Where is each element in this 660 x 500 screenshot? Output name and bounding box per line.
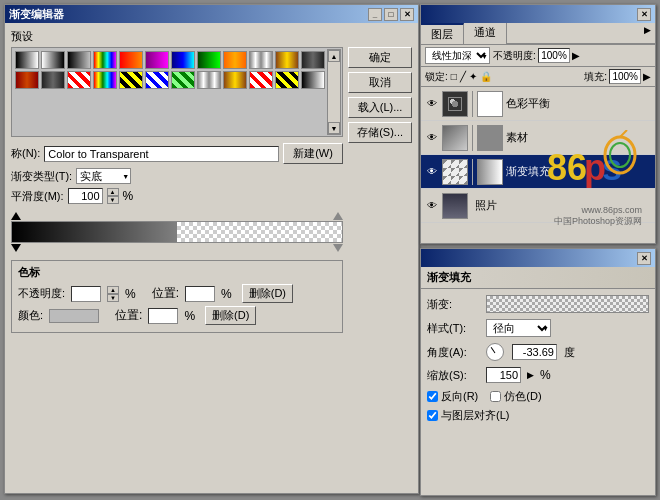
opacity-down[interactable]: ▼ [107,294,119,302]
scale-input[interactable] [486,367,521,383]
fill-row: 填充: ▶ [584,69,651,84]
blend-wrapper[interactable]: 线性加深 [425,47,490,64]
layer-thumb-gradient [442,159,468,185]
gf-close[interactable]: ✕ [637,252,651,265]
fill-arrow[interactable]: ▶ [643,71,651,82]
preset-4[interactable] [93,51,117,69]
gf-style-wrapper[interactable]: 径向 [486,319,551,337]
color-pos-value[interactable] [148,308,178,324]
align-checkbox[interactable] [427,410,438,421]
preset-18[interactable] [145,71,169,89]
smooth-step-down[interactable]: ▼ [107,196,119,204]
gf-scale-arrow[interactable]: ▶ [527,370,534,380]
gf-style-select[interactable]: 径向 [486,319,551,337]
preset-22[interactable] [249,71,273,89]
minimize-button[interactable]: _ [368,8,382,21]
eye-icon-gradient[interactable]: 👁 [425,165,439,179]
opacity-stop-label: 不透明度: [18,286,65,301]
preset-20[interactable] [197,71,221,89]
dither-checkbox[interactable] [490,391,501,402]
opacity-stop-value[interactable] [71,286,101,302]
preset-6[interactable] [145,51,169,69]
name-input[interactable] [44,146,279,162]
preset-1[interactable] [15,51,39,69]
preset-7[interactable] [171,51,195,69]
smoothness-unit: % [123,189,134,203]
angle-input[interactable] [512,344,557,360]
color-handle-left[interactable] [11,244,21,252]
layer-item-balance[interactable]: 👁 色彩平衡 [421,87,655,121]
new-button[interactable]: 新建(W) [283,143,343,164]
opacity-delete-btn[interactable]: 删除(D) [242,284,293,303]
type-select[interactable]: 实底 [76,168,131,184]
eye-icon-balance[interactable]: 👁 [425,97,439,111]
color-delete-btn[interactable]: 删除(D) [205,306,256,325]
preset-scrollbar[interactable]: ▲ ▼ [327,49,341,135]
gradient-bar[interactable] [11,221,343,243]
preset-12[interactable] [301,51,325,69]
type-select-wrapper[interactable]: 实底 [76,168,131,184]
gradient-fill-titlebar: ✕ [421,249,655,267]
preset-3[interactable] [67,51,91,69]
gradient-fill-body: 渐变: 样式(T): 径向 角度(A): 度 缩放(S): ▶ % [421,289,655,433]
preset-5[interactable] [119,51,143,69]
smoothness-input[interactable] [68,188,103,204]
preset-11[interactable] [275,51,299,69]
preset-24[interactable] [301,71,325,89]
preset-16[interactable] [93,71,117,89]
save-button[interactable]: 存储(S)... [348,122,412,143]
preset-14[interactable] [41,71,65,89]
preset-10[interactable] [249,51,273,69]
preset-9[interactable] [223,51,247,69]
color-swatch[interactable] [49,309,99,323]
gf-gradient-preview[interactable] [486,295,649,313]
color-stops-title: 色标 [18,265,336,280]
preset-15[interactable] [67,71,91,89]
smoothness-stepper[interactable]: ▲ ▼ [107,188,119,204]
presets-container: ▲ ▼ [11,47,343,137]
presets-grid [15,51,339,89]
eye-icon-photo[interactable]: 👁 [425,199,439,213]
reverse-option: 反向(R) [427,389,478,404]
lock-icon-1[interactable]: □ [451,71,457,82]
opacity-up[interactable]: ▲ [107,286,119,294]
eye-icon-material[interactable]: 👁 [425,131,439,145]
lock-icon-3[interactable]: ✦ [469,71,477,82]
maximize-button[interactable]: □ [384,8,398,21]
angle-dial[interactable] [486,343,504,361]
fill-value[interactable] [609,69,641,84]
layer-mask-balance [477,91,503,117]
preset-21[interactable] [223,71,247,89]
smooth-step-up[interactable]: ▲ [107,188,119,196]
close-button[interactable]: ✕ [400,8,414,21]
preset-2[interactable] [41,51,65,69]
opacity-arrow[interactable]: ▶ [572,50,580,61]
preset-19[interactable] [171,71,195,89]
preset-23[interactable] [275,71,299,89]
lock-icon-2[interactable]: ╱ [460,71,466,82]
layers-menu-arrow[interactable]: ▶ [640,23,655,44]
opacity-value[interactable] [538,48,570,63]
tab-channels[interactable]: 通道 [464,23,507,44]
preset-8[interactable] [197,51,221,69]
reverse-checkbox[interactable] [427,391,438,402]
opacity-pos-value[interactable] [185,286,215,302]
lock-icon-4[interactable]: 🔒 [480,71,492,82]
opacity-handle-left[interactable] [11,212,21,220]
preset-13[interactable] [15,71,39,89]
preset-17[interactable] [119,71,143,89]
load-button[interactable]: 载入(L)... [348,97,412,118]
scroll-up-arrow[interactable]: ▲ [328,50,340,62]
cancel-button[interactable]: 取消 [348,72,412,93]
blend-select[interactable]: 线性加深 [425,47,490,64]
name-label: 称(N): [11,146,40,161]
opacity-stop-stepper[interactable]: ▲ ▼ [107,286,119,302]
layers-close[interactable]: ✕ [637,8,651,21]
tab-layers[interactable]: 图层 [421,23,464,44]
color-handle-right[interactable] [333,244,343,252]
opacity-handle-right[interactable] [333,212,343,220]
type-row: 渐变类型(T): 实底 [11,168,343,184]
scroll-down-arrow[interactable]: ▼ [328,122,340,134]
ok-button[interactable]: 确定 [348,47,412,68]
name-row: 称(N): 新建(W) [11,143,343,164]
